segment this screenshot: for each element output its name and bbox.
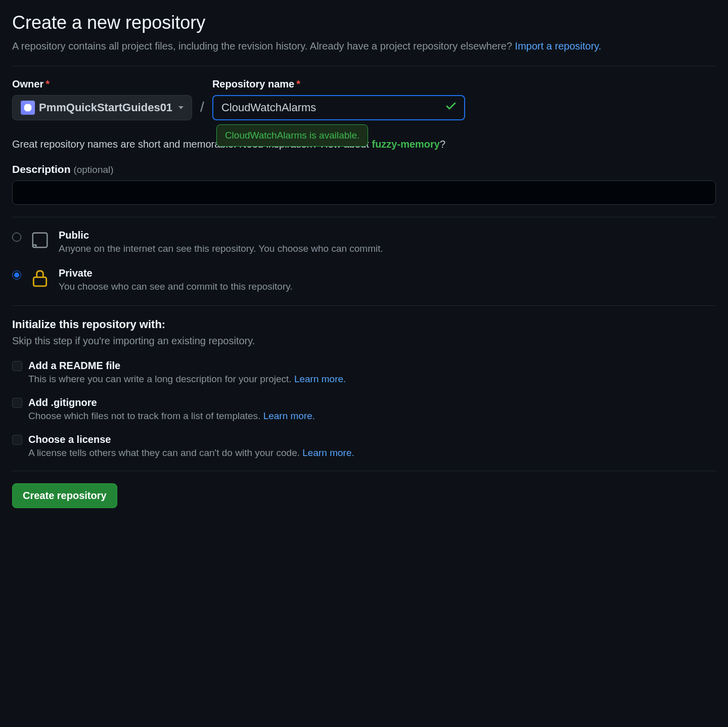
repo-name-input[interactable] <box>212 95 465 120</box>
required-indicator: * <box>46 78 50 89</box>
path-separator: / <box>200 99 204 115</box>
owner-avatar-icon <box>21 101 35 115</box>
page-subtitle: A repository contains all project files,… <box>12 38 716 54</box>
import-repository-link[interactable]: Import a repository. <box>515 40 602 52</box>
optional-indicator: (optional) <box>73 164 113 175</box>
name-suggestion[interactable]: fuzzy-memory <box>372 139 439 150</box>
description-label: Description (optional) <box>12 163 716 175</box>
subtitle-text: A repository contains all project files,… <box>12 40 515 52</box>
gitignore-checkbox[interactable] <box>12 398 22 408</box>
divider <box>12 217 716 217</box>
gitignore-label: Add .gitignore <box>28 397 97 408</box>
create-repository-button[interactable]: Create repository <box>12 483 117 508</box>
owner-dropdown[interactable]: PmmQuickStartGuides01 <box>12 95 192 120</box>
owner-label: Owner* <box>12 78 192 90</box>
license-learn-more-link[interactable]: Learn more. <box>302 447 354 458</box>
license-desc-text: A license tells others what they can and… <box>28 447 302 458</box>
initialize-title: Initialize this repository with: <box>12 318 716 331</box>
owner-label-text: Owner <box>12 78 43 89</box>
description-label-text: Description <box>12 163 71 175</box>
visibility-private-radio[interactable] <box>12 270 21 280</box>
divider <box>12 305 716 306</box>
visibility-private-desc: You choose who can see and commit to thi… <box>59 281 293 292</box>
gitignore-learn-more-link[interactable]: Learn more. <box>263 411 315 421</box>
page-title: Create a new repository <box>12 12 716 33</box>
hint-suffix: ? <box>440 139 445 150</box>
readme-learn-more-link[interactable]: Learn more. <box>294 374 346 384</box>
readme-desc: This is where you can write a long descr… <box>28 374 716 385</box>
required-indicator: * <box>296 78 300 89</box>
lock-icon <box>30 268 50 289</box>
readme-label: Add a README file <box>28 360 120 372</box>
description-input[interactable] <box>12 180 716 205</box>
visibility-public-title: Public <box>59 230 383 241</box>
visibility-private-title: Private <box>59 267 293 279</box>
readme-checkbox[interactable] <box>12 361 22 371</box>
check-icon <box>445 100 457 115</box>
repo-icon <box>30 231 50 251</box>
gitignore-desc-text: Choose which files not to track from a l… <box>28 411 263 421</box>
license-desc: A license tells others what they can and… <box>28 447 716 459</box>
repo-name-label-text: Repository name <box>212 78 294 89</box>
visibility-public-radio[interactable] <box>12 233 21 242</box>
readme-desc-text: This is where you can write a long descr… <box>28 374 294 384</box>
chevron-down-icon <box>178 106 184 109</box>
license-checkbox[interactable] <box>12 435 22 445</box>
repo-name-label: Repository name* <box>212 78 465 90</box>
visibility-public-desc: Anyone on the internet can see this repo… <box>59 243 383 254</box>
initialize-subtitle: Skip this step if you're importing an ex… <box>12 335 716 347</box>
divider <box>12 66 716 66</box>
svg-rect-1 <box>33 277 46 286</box>
license-label: Choose a license <box>28 434 111 445</box>
divider <box>12 471 716 471</box>
gitignore-desc: Choose which files not to track from a l… <box>28 411 716 422</box>
availability-tooltip: CloudWatchAlarms is available. <box>216 124 368 147</box>
owner-name: PmmQuickStartGuides01 <box>39 101 172 114</box>
